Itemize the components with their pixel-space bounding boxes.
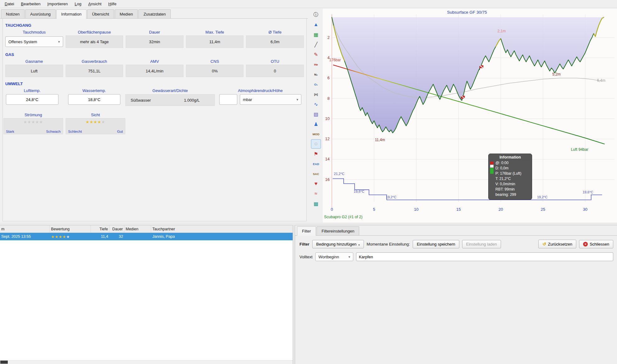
tissue-saturation-toggle[interactable]: ≈: [311, 189, 321, 198]
gewaesserart-value: Süßwasser 1.000g/L: [125, 94, 215, 106]
calculated-ceiling-toggle[interactable]: ▦: [311, 30, 321, 39]
druck-einheit-select[interactable]: mbar ▾: [240, 94, 301, 105]
o2-graph-toggle-icon: O₂: [314, 83, 318, 86]
column-header-dauer[interactable]: Dauer: [109, 225, 124, 233]
chevron-down-icon: ▾: [358, 243, 360, 247]
svg-text:6: 6: [327, 76, 330, 80]
column-header-tiefe[interactable]: Tiefe: [91, 225, 109, 233]
column-header-bewertung[interactable]: Bewertung: [50, 225, 91, 233]
label-tauchmodus: Tauchmodus: [5, 28, 63, 35]
reset-filter-button[interactable]: ↺ Zurücksetzen: [538, 240, 576, 248]
n2-graph-toggle-icon: N₂: [314, 73, 318, 76]
filter-tab-filtereinstellungen[interactable]: Filtereinstellungen: [317, 226, 360, 235]
tab-information[interactable]: Information: [56, 9, 86, 19]
close-label: Schliessen: [590, 242, 609, 247]
he-graph-toggle[interactable]: He: [311, 60, 321, 69]
column-header-datum[interactable]: m: [0, 225, 50, 233]
match-mode-select[interactable]: Wortbeginn ▾: [315, 252, 353, 261]
star-icon[interactable]: ★: [86, 120, 90, 124]
trend-toggle[interactable]: ∿: [311, 99, 321, 109]
menu-importieren[interactable]: Importieren: [44, 0, 71, 7]
stroemung-rating[interactable]: ★★★★★ Stark Schwach: [3, 118, 63, 134]
svg-text:Luft 94bar: Luft 94bar: [571, 147, 588, 152]
section-heading-gas: GAS: [5, 52, 306, 57]
svg-text:19,2°C: 19,2°C: [386, 195, 397, 199]
gasverbrauch-value: 751,1L: [66, 65, 123, 77]
close-filter-button[interactable]: × Schliessen: [579, 240, 613, 248]
menu-log[interactable]: Log: [71, 0, 85, 7]
ndl-tts-toggle[interactable]: ◌: [311, 139, 321, 149]
dc-ceiling-toggle-icon: ♟: [314, 121, 318, 127]
label-max-tiefe: Max. Tiefe: [186, 28, 244, 35]
ruler-toggle[interactable]: ╱: [311, 40, 321, 49]
atmosphaerendruck-input[interactable]: [219, 94, 237, 105]
star-icon[interactable]: ★: [97, 120, 101, 124]
load-setting-label: Einstellung laden: [466, 242, 497, 247]
mod-toggle[interactable]: MOD: [311, 129, 321, 139]
star-icon[interactable]: ★: [90, 120, 94, 124]
edit-profile-toggle[interactable]: ✎: [311, 50, 321, 59]
dive-list-row-selected[interactable]: Sept. 2025 13:55 ★★★★★ 11,4 32 Jannis, P…: [0, 233, 293, 240]
horizontal-splitter[interactable]: [0, 223, 617, 225]
o2-graph-toggle[interactable]: O₂: [311, 80, 321, 89]
add-condition-button[interactable]: Bedingung hinzufügen ▾: [312, 240, 364, 248]
picture-heatmap-toggle[interactable]: ▩: [311, 199, 321, 208]
star-icon[interactable]: ★: [31, 120, 35, 124]
label-sicht: Sicht: [66, 111, 125, 118]
tab-medien[interactable]: Medien: [115, 9, 138, 18]
stroemung-min-label: Stark: [6, 130, 14, 133]
menu-hilfe[interactable]: Hilfe: [105, 0, 120, 7]
tissue-heatmap-toggle[interactable]: ▧: [311, 109, 321, 119]
scrollbar-thumb[interactable]: [0, 361, 8, 364]
tab-zusatzdaten[interactable]: Zusatzdaten: [138, 9, 171, 18]
stroemung-stars[interactable]: ★★★★★: [4, 120, 63, 124]
column-header-medien[interactable]: Medien: [124, 225, 151, 233]
photos-toggle[interactable]: ▲: [311, 20, 321, 29]
sicht-rating[interactable]: ★★★★★ Schlecht Gut: [66, 118, 125, 134]
svg-text:8: 8: [327, 96, 330, 101]
fulltext-search-input[interactable]: [356, 252, 613, 261]
dc-ceiling-toggle[interactable]: ♟: [311, 119, 321, 129]
otu-value: 0: [246, 65, 304, 77]
avg-tiefe-value: 6,0m: [246, 35, 304, 48]
menu-bearbeiten[interactable]: Bearbeiten: [17, 0, 44, 7]
star-icon[interactable]: ★: [23, 120, 27, 124]
po2-graph-toggle[interactable]: |A|: [311, 90, 321, 99]
filter-tab-filter[interactable]: Filter: [297, 226, 316, 236]
star-icon[interactable]: ★: [94, 120, 98, 124]
tissue-saturation-toggle-icon: ≈: [315, 191, 318, 196]
oberflaechenpause-value: mehr als 4 Tage: [66, 35, 123, 48]
bookmark-toggle[interactable]: ⚑: [311, 149, 321, 159]
column-header-tauchpartner[interactable]: Tauchpartner: [151, 225, 293, 233]
chevron-down-icon: ▾: [296, 98, 298, 102]
star-icon[interactable]: ★: [35, 120, 39, 124]
sac-toggle[interactable]: SAC: [311, 169, 321, 178]
star-icon[interactable]: ★: [39, 120, 43, 124]
current-setting-label: Momentane Einstellung:: [367, 242, 410, 247]
tauchmodus-select[interactable]: Offenes System ▾: [5, 36, 63, 47]
menu-ansicht[interactable]: Ansicht: [85, 0, 105, 7]
ead-toggle[interactable]: EAD: [311, 159, 321, 168]
label-avg-tiefe: Ø Tiefe: [246, 28, 304, 35]
tab-ubersicht[interactable]: Übersicht: [87, 9, 114, 18]
filter-panel: FilterFiltereinstellungen Filter Bedingu…: [295, 225, 617, 364]
info-toggle[interactable]: ⓘ: [311, 10, 321, 19]
ead-toggle-icon: EAD: [313, 162, 319, 166]
dive-profile-chart[interactable]: 0510152025302468101214162,1m176bar11,4m5…: [323, 9, 617, 223]
svg-text:10: 10: [325, 116, 330, 121]
save-setting-button[interactable]: Einstellung speichern: [413, 240, 459, 248]
wassertemp-input[interactable]: [68, 94, 120, 105]
star-icon[interactable]: ★: [27, 120, 31, 124]
heartrate-toggle[interactable]: ♥: [311, 179, 321, 188]
tab-notizen[interactable]: Notizen: [1, 9, 25, 18]
lufttemp-input[interactable]: [6, 94, 58, 105]
vertical-splitter[interactable]: [293, 225, 295, 364]
svg-text:25: 25: [541, 207, 545, 212]
menu-datei[interactable]: Datei: [1, 0, 17, 7]
n2-graph-toggle[interactable]: N₂: [311, 70, 321, 79]
tab-ausrustung[interactable]: Ausrüstung: [25, 9, 56, 18]
dive-list-scrollbar[interactable]: [0, 360, 293, 364]
star-icon[interactable]: ★: [101, 120, 105, 124]
sicht-stars[interactable]: ★★★★★: [66, 120, 125, 124]
svg-text:6,4m: 6,4m: [597, 78, 605, 83]
